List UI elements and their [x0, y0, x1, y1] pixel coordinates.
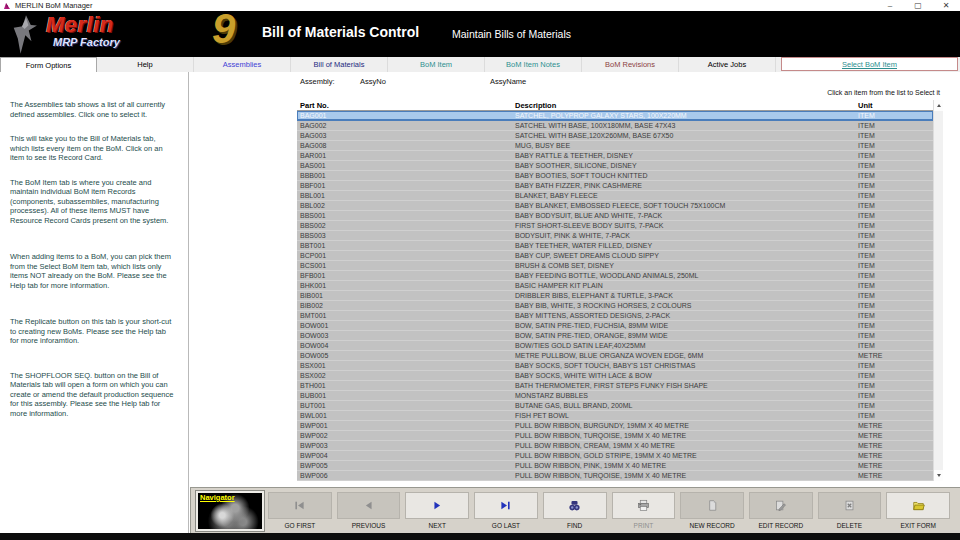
- table-row-BUT001[interactable]: BUT001BUTANE GAS, BULL BRAND, 200MLITEM: [297, 401, 933, 411]
- table-row-BIB001[interactable]: BIB001DRIBBLER BIBS, ELEPHANT & TURTLE, …: [297, 291, 933, 301]
- scroll-down-icon[interactable]: [934, 470, 943, 481]
- go-first-button[interactable]: [268, 492, 332, 519]
- cell-unit: ITEM: [858, 231, 933, 240]
- cell-description: PULL BOW RIBBON, TURQOISE, 19MM X 40 MET…: [515, 471, 858, 480]
- cell-unit: ITEM: [858, 311, 933, 320]
- cell-part-no: BBS002: [297, 221, 515, 230]
- cell-description: PULL BOW RIBBON, TURQOISE, 19MM X 40 MET…: [515, 431, 858, 440]
- table-row-BBF001[interactable]: BBF001BABY BATH FIZZER, PINK CASHMEREITE…: [297, 181, 933, 191]
- table-row-BAG002[interactable]: BAG002SATCHEL WITH BASE, 100X180MM, BASE…: [297, 121, 933, 131]
- table-row-BMT001[interactable]: BMT001BABY MITTENS, ASSORTED DESIGNS, 2-…: [297, 311, 933, 321]
- table-row-BAG001[interactable]: BAG001SATCHEL, POLYPROP GALAXY STARS, 10…: [297, 111, 933, 121]
- minimize-icon[interactable]: –: [876, 0, 904, 11]
- tab-form-options[interactable]: Form Options: [0, 57, 97, 72]
- table-row-BWP004[interactable]: BWP004PULL BOW RIBBON, GOLD STRIPE, 19MM…: [297, 451, 933, 461]
- table-row-BAS001[interactable]: BAS001BABY SOOTHER, SILICONE, DISNEYITEM: [297, 161, 933, 171]
- wizard-logo-image: [8, 14, 44, 55]
- cell-description: SATCHEL WITH BASE, 100X180MM, BASE 47X43: [515, 121, 858, 130]
- cell-unit: ITEM: [858, 331, 933, 340]
- table-row-BOW001[interactable]: BOW001BOW, SATIN PRE-TIED, FUCHSIA, 89MM…: [297, 321, 933, 331]
- table-row-BTH001[interactable]: BTH001BATH THERMOMETER, FIRST STEPS FUNK…: [297, 381, 933, 391]
- table-row-BSX001[interactable]: BSX001BABY SOCKS, SOFT TOUCH, BABY'S 1ST…: [297, 361, 933, 371]
- assembly-no-label: AssyNo: [360, 77, 386, 86]
- print-button[interactable]: [612, 492, 676, 519]
- table-row-BBB001[interactable]: BBB001BABY BOOTIES, SOFT TOUCH KNITTEDIT…: [297, 171, 933, 181]
- cell-description: FISH PET BOWL: [515, 411, 858, 420]
- cell-description: BABY SOOTHER, SILICONE, DISNEY: [515, 161, 858, 170]
- next-button[interactable]: [405, 492, 469, 519]
- table-row-BFB001[interactable]: BFB001BABY FEEDING BOTTLE, WOODLAND ANIM…: [297, 271, 933, 281]
- cell-description: PULL BOW RIBBON, CREAM, 19MM X 40 METRE: [515, 441, 858, 450]
- maximize-icon[interactable]: ▢: [904, 0, 932, 11]
- new-record-label: NEW RECORD: [690, 522, 735, 529]
- close-icon[interactable]: ✕: [932, 0, 960, 11]
- table-row-BWP002[interactable]: BWP002PULL BOW RIBBON, TURQOISE, 19MM X …: [297, 431, 933, 441]
- table-row-BBS002[interactable]: BBS002FIRST SHORT-SLEEVE BODY SUITS, 7-P…: [297, 221, 933, 231]
- table-row-BCS001[interactable]: BCS001BRUSH & COMB SET, DISNEYITEM: [297, 261, 933, 271]
- cell-description: BOW, SATIN PRE-TIED, ORANGE, 89MM WIDE: [515, 331, 858, 340]
- table-row-BOW004[interactable]: BOW004BOW/TIES GOLD SATIN LEAF,40X25MMIT…: [297, 341, 933, 351]
- cell-part-no: BWP001: [297, 421, 515, 430]
- table-row-BAR001[interactable]: BAR001BABY RATTLE & TEETHER, DISNEYITEM: [297, 151, 933, 161]
- exit-form-button[interactable]: [886, 492, 950, 519]
- table-row-BBL001[interactable]: BBL001BLANKET, BABY FLEECEITEM: [297, 191, 933, 201]
- cell-unit: METRE: [858, 471, 933, 480]
- new-record-button[interactable]: [680, 492, 744, 519]
- table-row-BCP001[interactable]: BCP001BABY CUP, SWEET DREAMS CLOUD SIPPY…: [297, 251, 933, 261]
- table-row-BWP001[interactable]: BWP001PULL BOW RIBBON, BURGUNDY, 19MM X …: [297, 421, 933, 431]
- cell-unit: ITEM: [858, 411, 933, 420]
- cell-description: BABY BODYSUIT, BLUE AND WHITE, 7-PACK: [515, 211, 858, 220]
- tab-bom-item[interactable]: BoM Item: [388, 57, 485, 72]
- table-row-BSX002[interactable]: BSX002BABY SOCKS, WHITE WITH LACE & BOWI…: [297, 371, 933, 381]
- tab-select-bom-item[interactable]: Select BoM Item: [781, 57, 958, 71]
- table-row-BBL002[interactable]: BBL002BABY BLANKET, EMBOSSED FLEECE, SOF…: [297, 201, 933, 211]
- cell-part-no: BOW004: [297, 341, 515, 350]
- tab-bom-revisions[interactable]: BoM Revisions: [582, 57, 679, 72]
- cell-unit: ITEM: [858, 341, 933, 350]
- previous-button[interactable]: [337, 492, 401, 519]
- table-row-BHK001[interactable]: BHK001BASIC HAMPER KIT PLAINITEM: [297, 281, 933, 291]
- table-row-BAG008[interactable]: BAG008MUG, BUSY BEEITEM: [297, 141, 933, 151]
- tab-active-jobs[interactable]: Active Jobs: [679, 57, 776, 72]
- table-row-BWP006[interactable]: BWP006PULL BOW RIBBON, TURQOISE, 19MM X …: [297, 471, 933, 481]
- tab-bom-item-notes[interactable]: BoM Item Notes: [485, 57, 582, 72]
- tab-assemblies[interactable]: Assemblies: [194, 57, 291, 72]
- table-row-BBT001[interactable]: BBT001BABY TEETHER, WATER FILLED, DISNEY…: [297, 241, 933, 251]
- cell-unit: ITEM: [858, 261, 933, 270]
- find-label: FIND: [567, 522, 582, 529]
- table-row-BWP005[interactable]: BWP005PULL BOW RIBBON, PINK, 19MM X 40 M…: [297, 461, 933, 471]
- tab-bill-of-materials[interactable]: Bill of Materials: [291, 57, 388, 72]
- next-icon: [431, 499, 444, 512]
- table-scrollbar[interactable]: [933, 100, 943, 481]
- cell-description: BRUSH & COMB SET, DISNEY: [515, 261, 858, 270]
- cell-unit: ITEM: [858, 381, 933, 390]
- table-row-BAG003[interactable]: BAG003SATCHEL WITH BASE,120X260MM, BASE …: [297, 131, 933, 141]
- cell-description: BABY RATTLE & TEETHER, DISNEY: [515, 151, 858, 160]
- table-row-BWL001[interactable]: BWL001FISH PET BOWLITEM: [297, 411, 933, 421]
- cell-part-no: BWP002: [297, 431, 515, 440]
- table-row-BWP003[interactable]: BWP003PULL BOW RIBBON, CREAM, 19MM X 40 …: [297, 441, 933, 451]
- scroll-up-icon[interactable]: [934, 100, 943, 111]
- table-row-BUB001[interactable]: BUB001MONSTARZ BUBBLESITEM: [297, 391, 933, 401]
- delete-button[interactable]: [818, 492, 882, 519]
- cell-unit: ITEM: [858, 391, 933, 400]
- merlin-logo: Merlin MRP Factory 9: [6, 11, 266, 57]
- sidebar: The Assemblies tab shows a list of all c…: [0, 72, 189, 533]
- tab-help[interactable]: Help: [97, 57, 194, 72]
- table-row-BBS001[interactable]: BBS001BABY BODYSUIT, BLUE AND WHITE, 7-P…: [297, 211, 933, 221]
- table-row-BOW003[interactable]: BOW003BOW, SATIN PRE-TIED, ORANGE, 89MM …: [297, 331, 933, 341]
- edit-record-button[interactable]: [749, 492, 813, 519]
- cell-description: PULL BOW RIBBON, GOLD STRIPE, 19MM X 40 …: [515, 451, 858, 460]
- print-label: PRINT: [634, 522, 654, 529]
- cell-description: BABY BLANKET, EMBOSSED FLEECE, SOFT TOUC…: [515, 201, 858, 210]
- cell-unit: ITEM: [858, 151, 933, 160]
- select-hint: Click an item from the list to Select it: [827, 89, 940, 96]
- table-row-BIB002[interactable]: BIB002BABY BIB, WHITE, 3 ROCKING HORSES,…: [297, 301, 933, 311]
- cell-part-no: BTH001: [297, 381, 515, 390]
- cell-description: BABY BATH FIZZER, PINK CASHMERE: [515, 181, 858, 190]
- table-row-BOW005[interactable]: BOW005METRE PULLBOW, BLUE ORGANZA WOVEN …: [297, 351, 933, 361]
- cell-unit: ITEM: [858, 321, 933, 330]
- find-button[interactable]: [543, 492, 607, 519]
- go-last-button[interactable]: [474, 492, 538, 519]
- table-row-BBS003[interactable]: BBS003BODYSUIT, PINK & WHITE, 7-PACKITEM: [297, 231, 933, 241]
